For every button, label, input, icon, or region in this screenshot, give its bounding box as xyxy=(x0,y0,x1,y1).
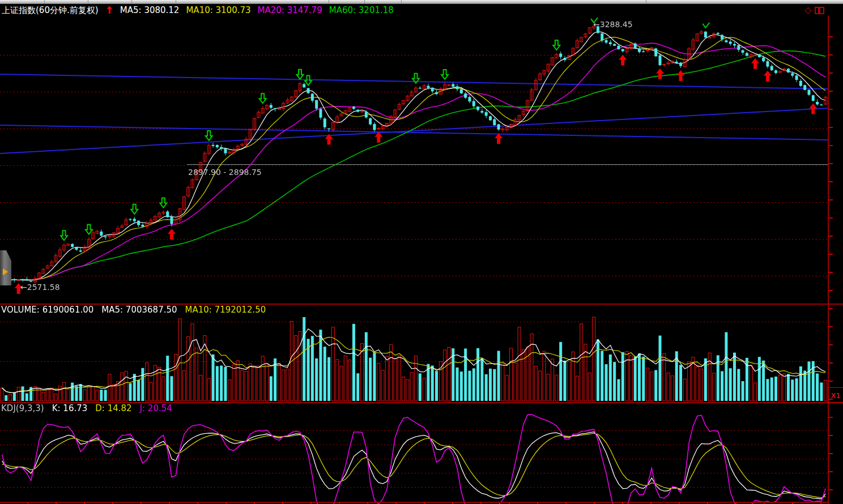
strip-divider xyxy=(401,0,402,4)
chart-title-bar: 上证指数(60分钟.前复权) ↑ MA5: 3080.12 MA10: 3100… xyxy=(0,4,843,16)
ma60-readout: MA60: 3201.18 xyxy=(329,5,394,15)
strip-divider xyxy=(176,0,176,4)
kdj-chart-canvas[interactable] xyxy=(0,403,828,504)
strip-divider xyxy=(44,0,45,4)
strip-divider xyxy=(88,0,88,4)
volume-pane-header: VOLUME: 6190061.00 MA5: 7003687.50 MA10:… xyxy=(1,305,266,315)
buy-signal-arrow-icon: ↑ xyxy=(105,6,113,14)
kdj-k-readout: K: 16.73 xyxy=(52,403,88,413)
low-price-label: ←2571.58 xyxy=(20,283,60,292)
kdj-j-readout: J: 20.54 xyxy=(140,403,172,413)
kdj-pane-header: KDJ(9,3,3) K: 16.73 D: 14.82 J: 20.54 xyxy=(1,403,172,413)
ma5-readout: MA5: 3080.12 xyxy=(120,5,180,15)
price-axis-ticks xyxy=(829,19,833,501)
instrument-title: 上证指数(60分钟.前复权) xyxy=(2,5,99,16)
strip-divider xyxy=(329,0,329,4)
diamond-icon[interactable]: ◇ xyxy=(804,6,811,15)
window-controls: ◇ xyxy=(804,5,824,16)
volume-chart-canvas[interactable] xyxy=(0,305,828,402)
kdj-d-readout: D: 14.82 xyxy=(95,403,131,413)
kdj-indicator-name: KDJ(9,3,3) xyxy=(1,403,44,413)
strip-divider xyxy=(131,0,132,4)
split-view-icon[interactable] xyxy=(815,6,824,15)
volume-scale-badge[interactable]: X1 xyxy=(828,387,843,403)
strip-divider xyxy=(646,0,646,4)
trading-app-window: 上证指数(60分钟.前复权) ↑ MA5: 3080.12 MA10: 3100… xyxy=(0,0,843,504)
strip-divider xyxy=(364,0,365,4)
volume-readout: VOLUME: 6190061.00 xyxy=(1,305,93,315)
high-price-label: ←3288.45 xyxy=(593,20,633,29)
volume-ma5-readout: MA5: 7003687.50 xyxy=(101,305,177,315)
expand-arrow-icon xyxy=(3,268,8,275)
ma10-readout: MA10: 3100.73 xyxy=(186,5,250,15)
main-price-chart-canvas[interactable] xyxy=(0,16,828,304)
volume-ma10-readout: MA10: 7192012.50 xyxy=(185,305,266,315)
ma20-readout: MA20: 3147.79 xyxy=(258,5,322,15)
toolbar-bottom-strip xyxy=(0,0,843,4)
gap-range-label: 2897.90 - 2898.75 xyxy=(188,168,262,177)
